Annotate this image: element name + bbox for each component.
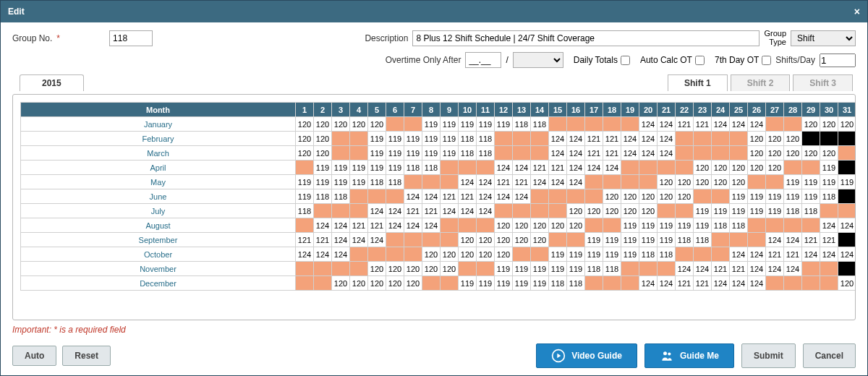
calendar-cell[interactable]: 118 [549,276,567,291]
calendar-cell[interactable]: 120 [603,204,621,218]
calendar-cell[interactable] [441,218,459,233]
calendar-cell[interactable]: 119 [495,117,513,132]
calendar-cell[interactable]: 124 [766,233,784,247]
calendar-cell[interactable]: 119 [694,204,712,218]
calendar-cell[interactable]: 120 [820,117,838,132]
calendar-cell[interactable]: 120 [531,218,549,233]
calendar-cell[interactable]: 124 [621,146,639,161]
calendar-cell[interactable]: 119 [332,175,350,189]
calendar-cell[interactable]: 120 [676,175,694,189]
calendar-cell[interactable]: 118 [332,189,350,204]
calendar-cell[interactable] [296,161,314,175]
calendar-cell[interactable]: 118 [712,218,730,233]
calendar-cell[interactable] [838,262,856,276]
calendar-cell[interactable]: 121 [549,161,567,175]
calendar-cell[interactable] [531,146,549,161]
calendar-cell[interactable]: 119 [676,218,694,233]
calendar-cell[interactable] [567,233,585,247]
calendar-cell[interactable] [676,247,694,262]
calendar-cell[interactable] [639,262,658,276]
calendar-cell[interactable]: 118 [694,233,712,247]
tab-shift-1[interactable]: Shift 1 [668,74,728,91]
calendar-cell[interactable]: 119 [730,204,748,218]
calendar-cell[interactable]: 124 [314,218,332,233]
calendar-cell[interactable]: 118 [730,218,748,233]
calendar-cell[interactable]: 118 [585,262,603,276]
calendar-cell[interactable] [477,161,495,175]
calendar-cell[interactable]: 124 [639,117,658,132]
calendar-cell[interactable] [802,276,820,291]
calendar-cell[interactable] [585,276,603,291]
calendar-cell[interactable]: 120 [766,161,784,175]
calendar-cell[interactable]: 119 [296,175,314,189]
calendar-cell[interactable]: 124 [332,247,350,262]
calendar-cell[interactable]: 124 [368,204,386,218]
calendar-cell[interactable]: 119 [459,276,477,291]
calendar-cell[interactable] [386,233,404,247]
overtime-after-input[interactable] [465,52,501,68]
calendar-cell[interactable]: 120 [441,247,459,262]
calendar-cell[interactable] [838,146,856,161]
calendar-cell[interactable] [441,233,459,247]
calendar-cell[interactable]: 124 [603,161,621,175]
calendar-cell[interactable]: 121 [676,276,694,291]
calendar-cell[interactable]: 120 [386,262,404,276]
calendar-cell[interactable]: 119 [441,117,459,132]
calendar-cell[interactable] [350,146,368,161]
calendar-cell[interactable]: 121 [368,218,386,233]
calendar-cell[interactable]: 120 [621,189,639,204]
calendar-cell[interactable]: 124 [838,247,856,262]
calendar-cell[interactable] [694,132,712,146]
calendar-cell[interactable] [368,189,386,204]
calendar-cell[interactable] [748,175,766,189]
calendar-cell[interactable]: 120 [495,233,513,247]
calendar-cell[interactable]: 124 [567,161,585,175]
calendar-cell[interactable] [404,175,422,189]
calendar-cell[interactable]: 124 [495,189,513,204]
calendar-cell[interactable] [477,218,495,233]
calendar-cell[interactable]: 121 [404,204,422,218]
calendar-cell[interactable] [368,247,386,262]
calendar-cell[interactable] [585,117,603,132]
calendar-cell[interactable]: 120 [621,204,639,218]
calendar-cell[interactable]: 119 [422,132,441,146]
calendar-cell[interactable]: 124 [314,247,332,262]
calendar-cell[interactable]: 120 [748,161,766,175]
calendar-cell[interactable]: 124 [658,117,676,132]
calendar-cell[interactable]: 118 [477,146,495,161]
calendar-cell[interactable] [712,247,730,262]
calendar-cell[interactable]: 119 [712,204,730,218]
calendar-cell[interactable] [386,117,404,132]
calendar-cell[interactable] [676,161,694,175]
calendar-cell[interactable]: 120 [567,218,585,233]
calendar-cell[interactable] [422,233,441,247]
calendar-cell[interactable]: 119 [314,175,332,189]
calendar-cell[interactable] [694,146,712,161]
calendar-cell[interactable]: 119 [386,161,404,175]
calendar-cell[interactable] [459,161,477,175]
calendar-cell[interactable]: 121 [694,117,712,132]
calendar-cell[interactable]: 124 [748,262,766,276]
calendar-cell[interactable]: 124 [639,132,658,146]
calendar-cell[interactable]: 124 [639,146,658,161]
calendar-cell[interactable] [567,117,585,132]
calendar-cell[interactable]: 120 [658,175,676,189]
calendar-cell[interactable]: 118 [459,146,477,161]
calendar-cell[interactable]: 120 [838,276,856,291]
calendar-cell[interactable] [549,204,567,218]
calendar-cell[interactable]: 121 [802,233,820,247]
calendar-cell[interactable]: 124 [712,276,730,291]
calendar-cell[interactable]: 120 [422,262,441,276]
daily-totals-checkbox[interactable] [621,56,630,65]
calendar-cell[interactable] [621,175,639,189]
calendar-cell[interactable]: 120 [766,132,784,146]
calendar-cell[interactable]: 119 [694,218,712,233]
calendar-cell[interactable] [513,146,531,161]
calendar-cell[interactable] [296,218,314,233]
calendar-cell[interactable] [531,204,549,218]
calendar-cell[interactable] [658,262,676,276]
calendar-cell[interactable]: 124 [567,132,585,146]
cancel-button[interactable]: Cancel [803,343,856,368]
calendar-cell[interactable]: 120 [404,262,422,276]
calendar-cell[interactable]: 119 [730,189,748,204]
